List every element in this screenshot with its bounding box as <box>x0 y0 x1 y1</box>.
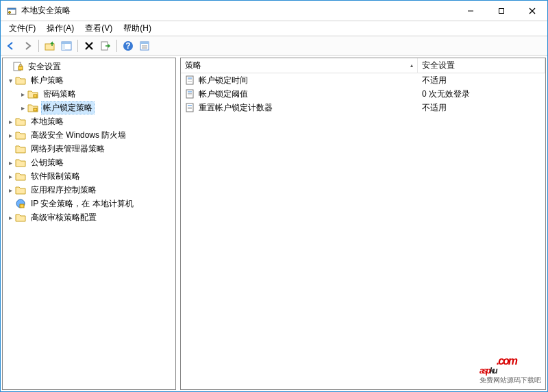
svg-point-2 <box>9 11 11 13</box>
chevron-down-icon[interactable]: ▾ <box>5 77 15 84</box>
folder-lock-icon <box>27 102 38 113</box>
column-setting[interactable]: 安全设置 <box>418 58 545 73</box>
menu-help[interactable]: 帮助(H) <box>118 21 157 36</box>
close-button[interactable] <box>516 1 547 21</box>
folder-icon <box>15 184 26 195</box>
policy-name: 帐户锁定时间 <box>199 75 248 86</box>
policy-icon <box>185 88 196 99</box>
chevron-right-icon[interactable]: ▸ <box>18 90 27 98</box>
delete-button[interactable] <box>82 38 97 53</box>
svg-rect-17 <box>140 42 149 44</box>
tree-app-control[interactable]: ▸ 应用程序控制策略 <box>3 183 175 197</box>
policy-value: 不适用 <box>418 73 545 88</box>
svg-rect-25 <box>20 204 24 208</box>
list-row[interactable]: 帐户锁定阈值 0 次无效登录 <box>181 87 545 101</box>
folder-icon <box>15 75 26 86</box>
folder-icon <box>15 143 26 154</box>
window-title: 本地安全策略 <box>21 5 455 16</box>
toolbar-separator <box>77 40 78 52</box>
svg-rect-37 <box>188 108 192 109</box>
window-frame: 本地安全策略 文件(F) 操作(A) 查看(V) 帮助(H) ? <box>0 0 548 392</box>
app-icon <box>6 5 17 16</box>
tree-password-policy[interactable]: ▸ 密码策略 <box>3 87 175 101</box>
svg-rect-21 <box>18 66 23 70</box>
chevron-right-icon[interactable]: ▸ <box>18 104 27 112</box>
ipsec-icon <box>15 198 26 209</box>
toolbar-separator <box>116 40 117 52</box>
maximize-button[interactable] <box>486 1 516 21</box>
security-icon <box>12 61 23 72</box>
show-hide-tree-button[interactable] <box>59 38 74 53</box>
properties-button[interactable] <box>137 38 152 53</box>
chevron-right-icon[interactable]: ▸ <box>5 132 15 139</box>
tree-ip-security[interactable]: ▸ IP 安全策略，在 本地计算机 <box>3 197 175 210</box>
svg-rect-7 <box>45 44 54 50</box>
policy-icon <box>185 102 196 113</box>
list-header: 策略 ▴ 安全设置 <box>181 58 545 73</box>
menu-view[interactable]: 查看(V) <box>79 21 118 36</box>
tree-account-policy[interactable]: ▾ 帐户策略 <box>3 73 175 87</box>
tree-audit[interactable]: ▸ 高级审核策略配置 <box>3 210 175 224</box>
folder-icon <box>15 212 26 223</box>
tree-panel[interactable]: 安全设置 ▾ 帐户策略 ▸ 密码策略 ▸ 帐户锁定策略 <box>2 58 176 390</box>
policy-value: 0 次无效登录 <box>418 87 545 101</box>
toolbar-separator <box>38 40 39 52</box>
folder-icon <box>15 130 26 140</box>
sort-indicator-icon: ▴ <box>410 62 413 69</box>
tree-firewall[interactable]: ▸ 高级安全 Windows 防火墙 <box>3 128 175 142</box>
list-row[interactable]: 帐户锁定时间 不适用 <box>181 73 545 87</box>
tree-root-security-settings[interactable]: 安全设置 <box>3 60 175 73</box>
forward-button[interactable] <box>20 38 35 53</box>
svg-rect-28 <box>188 79 192 80</box>
svg-rect-4 <box>499 8 503 13</box>
policy-icon <box>185 75 196 86</box>
svg-rect-33 <box>188 95 192 95</box>
menu-action[interactable]: 操作(A) <box>41 21 79 36</box>
svg-rect-10 <box>62 44 65 50</box>
up-button[interactable] <box>42 38 58 53</box>
svg-text:?: ? <box>125 41 130 51</box>
folder-lock-icon <box>27 88 38 99</box>
tree-software-restriction[interactable]: ▸ 软件限制策略 <box>3 169 175 183</box>
tree-local-policy[interactable]: ▸ 本地策略 <box>3 114 175 128</box>
splitter[interactable] <box>177 56 179 391</box>
content-area: 安全设置 ▾ 帐户策略 ▸ 密码策略 ▸ 帐户锁定策略 <box>1 56 547 391</box>
svg-rect-29 <box>188 81 192 82</box>
menu-file[interactable]: 文件(F) <box>3 21 41 36</box>
column-policy[interactable]: 策略 ▴ <box>181 58 418 73</box>
svg-rect-35 <box>188 105 192 106</box>
svg-rect-22 <box>34 95 37 97</box>
policy-name: 帐户锁定阈值 <box>199 88 248 100</box>
chevron-right-icon[interactable]: ▸ <box>5 214 15 221</box>
menubar: 文件(F) 操作(A) 查看(V) 帮助(H) <box>1 21 547 36</box>
svg-rect-32 <box>188 93 192 94</box>
svg-rect-31 <box>188 91 192 93</box>
tree-public-key[interactable]: ▸ 公钥策略 <box>3 156 175 169</box>
policy-value: 不适用 <box>418 101 545 115</box>
toolbar: ? <box>1 36 547 56</box>
chevron-right-icon[interactable]: ▸ <box>5 118 15 125</box>
svg-rect-27 <box>188 77 192 79</box>
tree-network-list[interactable]: ▸ 网络列表管理器策略 <box>3 142 175 156</box>
folder-icon <box>15 171 26 182</box>
help-button[interactable]: ? <box>121 38 136 53</box>
chevron-right-icon[interactable]: ▸ <box>5 186 15 194</box>
policy-name: 重置帐户锁定计数器 <box>199 102 273 114</box>
chevron-right-icon[interactable]: ▸ <box>5 173 15 180</box>
titlebar[interactable]: 本地安全策略 <box>1 1 547 21</box>
minimize-button[interactable] <box>455 1 486 21</box>
folder-icon <box>15 116 26 127</box>
svg-rect-23 <box>34 108 37 111</box>
export-button[interactable] <box>98 38 113 53</box>
svg-rect-36 <box>188 107 192 108</box>
svg-rect-9 <box>62 42 71 44</box>
tree-lockout-policy[interactable]: ▸ 帐户锁定策略 <box>3 101 175 114</box>
folder-icon <box>15 157 26 168</box>
svg-rect-1 <box>8 8 16 10</box>
back-button[interactable] <box>3 38 18 53</box>
list-panel: 策略 ▴ 安全设置 帐户锁定时间 不适用 帐户锁定阈值 <box>180 58 546 390</box>
list-row[interactable]: 重置帐户锁定计数器 不适用 <box>181 101 545 114</box>
list-rows: 帐户锁定时间 不适用 帐户锁定阈值 0 次无效登录 重置帐户锁定计数器 <box>181 73 545 389</box>
window-buttons <box>455 1 547 21</box>
chevron-right-icon[interactable]: ▸ <box>5 159 15 167</box>
